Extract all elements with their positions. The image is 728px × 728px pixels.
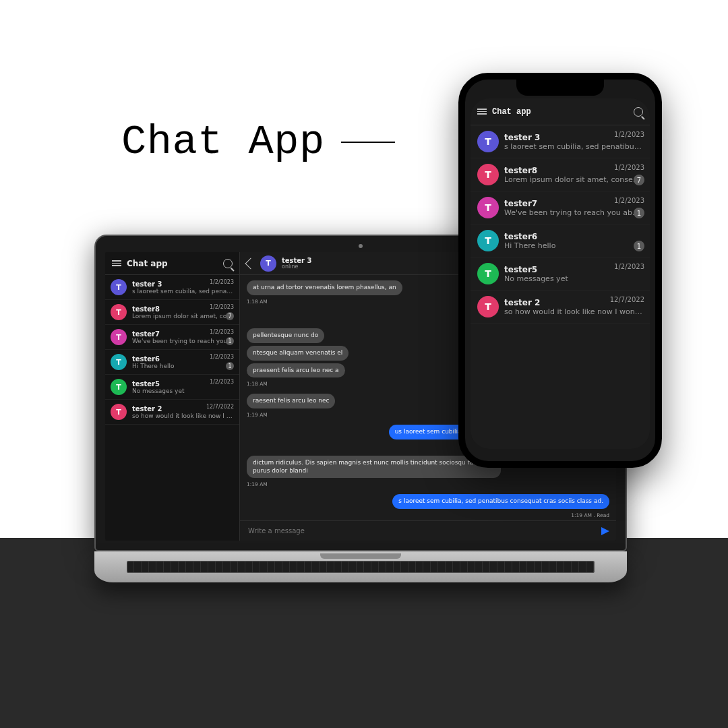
unread-badge: 7 <box>634 175 644 185</box>
avatar: T <box>111 304 127 320</box>
chat-item-preview: Hi There hello <box>132 363 234 369</box>
laptop-keyboard <box>127 561 595 573</box>
chat-item-preview: No messages yet <box>132 388 234 394</box>
incoming-message[interactable]: praesent felis arcu leo nec a <box>247 363 345 378</box>
chat-item[interactable]: Ttester5No messages yet1/2/2023 <box>471 257 650 291</box>
chat-item[interactable]: Ttester6Hi There hello1/2/20231 <box>105 350 239 375</box>
message-composer <box>240 520 616 541</box>
chat-item-preview: s laoreet sem cubilia, sed penatibus ... <box>504 142 643 151</box>
incoming-message[interactable]: at urna ad tortor venenatis lorem phasel… <box>247 280 402 295</box>
chat-item-preview: No messages yet <box>504 274 643 283</box>
avatar: T <box>111 329 127 345</box>
phone-screen: Chat app Ttester 3s laoreet sem cubilia,… <box>471 98 650 449</box>
avatar: T <box>477 197 499 218</box>
laptop-base <box>94 551 627 582</box>
chat-item-date: 1/2/2023 <box>210 329 234 335</box>
chat-list: Ttester 3s laoreet sem cubilia, sed pena… <box>105 275 239 541</box>
chat-item-date: 1/2/2023 <box>614 197 644 204</box>
chat-item-preview: Hi There hello <box>504 241 643 250</box>
conversation-name: tester 3 <box>282 257 311 264</box>
unread-badge: 1 <box>634 241 644 251</box>
chat-item[interactable]: Ttester 2so how would it look like now I… <box>471 291 650 324</box>
avatar: T <box>477 296 499 317</box>
avatar: T <box>111 279 127 295</box>
phone-notch <box>516 80 604 96</box>
chat-item[interactable]: Ttester6Hi There hello1 <box>471 224 650 257</box>
chat-item-name: tester6 <box>504 232 643 241</box>
chat-item[interactable]: Ttester 2so how would it look like now I… <box>105 400 239 425</box>
avatar: T <box>477 131 499 152</box>
chat-item[interactable]: Ttester7We've been trying to reach you a… <box>105 325 239 350</box>
phone-mockup: Chat app Ttester 3s laoreet sem cubilia,… <box>458 73 662 468</box>
menu-icon[interactable] <box>477 109 487 115</box>
avatar: T <box>111 354 127 370</box>
hero-title-block: Chat App <box>121 118 395 166</box>
chat-item[interactable]: Ttester 3s laoreet sem cubilia, sed pena… <box>105 275 239 300</box>
hero-title: Chat App <box>121 118 325 166</box>
chat-item-preview: We've been trying to reach you about... <box>504 208 643 217</box>
chat-item[interactable]: Ttester8Lorem ipsum dolor sit amet, cons… <box>105 300 239 325</box>
conversation-avatar[interactable]: T <box>260 255 276 272</box>
chat-item[interactable]: Ttester5No messages yet1/2/2023 <box>105 375 239 400</box>
avatar: T <box>477 230 499 251</box>
chat-item-date: 1/2/2023 <box>210 304 234 310</box>
message-timestamp: 1:19 AM <box>247 481 609 487</box>
chat-item-preview: Lorem ipsum dolor sit amet, consect... <box>132 313 234 320</box>
chat-item-preview: so how would it look like now I wonder; … <box>504 307 643 316</box>
incoming-message[interactable]: pellentesque nunc do <box>247 328 324 343</box>
laptop-camera <box>359 244 363 248</box>
unread-badge: 1 <box>226 337 234 345</box>
unread-badge: 1 <box>226 362 234 370</box>
search-icon[interactable] <box>223 259 233 268</box>
chat-item-date: 1/2/2023 <box>614 131 644 138</box>
chat-sidebar: Chat app Ttester 3s laoreet sem cubilia,… <box>105 252 240 541</box>
unread-badge: 7 <box>226 312 234 320</box>
back-icon[interactable] <box>245 257 257 269</box>
chat-item-date: 1/2/2023 <box>614 263 644 270</box>
chat-item[interactable]: Ttester7We've been trying to reach you a… <box>471 191 650 224</box>
chat-list: Ttester 3s laoreet sem cubilia, sed pena… <box>471 125 650 449</box>
chat-item-date: 1/2/2023 <box>614 164 644 171</box>
outgoing-message[interactable]: s laoreet sem cubilia, sed penatibus con… <box>392 494 609 509</box>
message-input[interactable] <box>247 526 601 535</box>
incoming-message[interactable]: ntesque aliquam venenatis el <box>247 346 348 361</box>
phone-header: Chat app <box>471 98 650 125</box>
chat-item-preview: s laoreet sem cubilia, sed penatibus co.… <box>132 288 234 295</box>
chat-item-date: 12/7/2022 <box>206 404 234 410</box>
chat-item-preview: Lorem ipsum dolor sit amet, consectet... <box>504 175 643 184</box>
chat-item-date: 1/2/2023 <box>210 279 234 285</box>
avatar: T <box>111 404 127 420</box>
chat-item-preview: so how would it look like now I wonder..… <box>132 413 234 419</box>
chat-item-date: 1/2/2023 <box>210 379 234 385</box>
menu-icon[interactable] <box>112 260 121 266</box>
message-timestamp: 1:19 AM . Read <box>571 512 609 518</box>
chat-item[interactable]: Ttester8Lorem ipsum dolor sit amet, cons… <box>471 158 650 191</box>
avatar: T <box>477 263 499 284</box>
chat-item[interactable]: Ttester 3s laoreet sem cubilia, sed pena… <box>471 125 650 158</box>
app-title: Chat app <box>127 259 218 268</box>
hero-rule <box>341 142 395 143</box>
conversation-status: online <box>282 264 311 270</box>
chat-item-date: 12/7/2022 <box>610 296 644 303</box>
send-icon[interactable] <box>601 527 609 535</box>
chat-item-date: 1/2/2023 <box>210 354 234 360</box>
chat-item-preview: We've been trying to reach you abo... <box>132 338 234 344</box>
unread-badge: 1 <box>634 208 644 218</box>
avatar: T <box>477 164 499 185</box>
app-title: Chat app <box>492 107 628 117</box>
sidebar-header: Chat app <box>105 252 239 275</box>
avatar: T <box>111 379 127 395</box>
search-icon[interactable] <box>634 107 643 117</box>
incoming-message[interactable]: raesent felis arcu leo nec <box>247 394 335 408</box>
